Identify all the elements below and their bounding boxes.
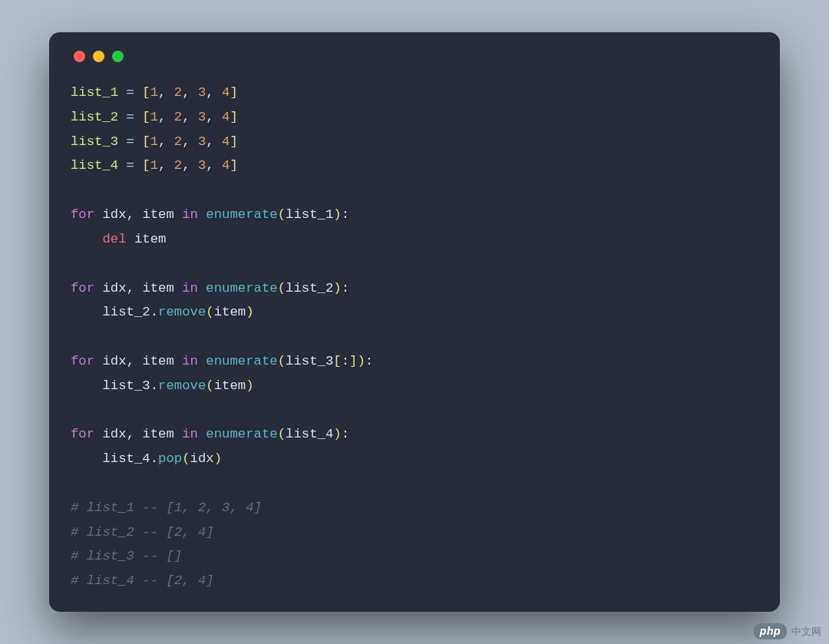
code-token: for	[71, 354, 94, 368]
code-token: 2	[174, 158, 182, 173]
code-token: for	[71, 207, 94, 222]
code-token: [	[142, 85, 150, 100]
code-token: 1	[150, 110, 158, 124]
code-token: ,	[182, 134, 190, 149]
code-token: ,	[127, 281, 134, 296]
code-token: ]	[349, 354, 357, 368]
code-token: ,	[206, 85, 213, 100]
code-token: enumerate	[206, 354, 277, 368]
code-token: )	[246, 305, 253, 319]
code-token: (	[206, 378, 213, 393]
minimize-icon[interactable]	[93, 51, 104, 62]
code-token: enumerate	[206, 281, 277, 296]
code-token: idx	[190, 451, 214, 466]
code-token: (	[278, 207, 286, 222]
code-token: :	[342, 281, 349, 296]
code-token: list_4	[71, 158, 118, 173]
code-token: ,	[182, 85, 190, 100]
code-token: :	[342, 354, 349, 368]
code-token: (	[278, 281, 286, 296]
code-token: .	[150, 451, 158, 466]
code-token: 4	[222, 134, 230, 149]
code-window: list_1 = [1, 2, 3, 4] list_2 = [1, 2, 3,…	[49, 32, 780, 612]
code-comment: # list_4 -- [2, 4]	[71, 573, 214, 588]
code-token: 2	[174, 85, 182, 100]
code-token: :	[342, 207, 349, 222]
code-token: item	[134, 232, 166, 246]
code-token: )	[333, 281, 341, 296]
code-token: item	[214, 378, 246, 393]
code-token: )	[214, 451, 222, 466]
code-token: 3	[198, 110, 206, 124]
code-token: del	[102, 232, 126, 246]
watermark-text: 中文网	[791, 625, 821, 639]
code-token: ]	[230, 110, 237, 124]
code-token: .	[150, 378, 158, 393]
code-token: )	[357, 354, 365, 368]
code-token: pop	[158, 451, 182, 466]
code-token: 1	[150, 134, 158, 149]
code-token: ]	[230, 134, 237, 149]
code-token: enumerate	[206, 427, 277, 441]
code-token: idx	[103, 281, 127, 296]
code-token: remove	[158, 305, 206, 319]
code-token: list_3	[286, 354, 333, 368]
code-comment: # list_2 -- [2, 4]	[71, 525, 214, 540]
code-token: )	[246, 378, 253, 393]
code-token: [	[333, 354, 341, 368]
code-token: [	[142, 158, 150, 173]
code-token: ,	[206, 134, 213, 149]
code-token: :	[342, 427, 349, 441]
code-token: for	[71, 427, 94, 441]
code-token: 2	[174, 134, 182, 149]
code-token: list_4	[102, 451, 150, 466]
code-token: ]	[230, 85, 237, 100]
code-token: (	[278, 427, 286, 441]
code-token: item	[142, 281, 173, 296]
code-token: ,	[206, 110, 213, 124]
code-token: 3	[198, 134, 206, 149]
code-token: (	[278, 354, 286, 368]
code-token: ,	[206, 158, 213, 173]
code-token: idx	[103, 427, 127, 441]
code-token: for	[71, 281, 94, 296]
zoom-icon[interactable]	[112, 51, 124, 62]
code-token: remove	[158, 378, 206, 393]
code-token: 4	[222, 110, 230, 124]
code-token: in	[182, 354, 198, 368]
code-token: [	[142, 110, 150, 124]
code-token: ,	[158, 158, 166, 173]
code-token: list_2	[286, 281, 333, 296]
code-token: list_4	[286, 427, 333, 441]
code-token: list_2	[102, 305, 150, 319]
watermark: php 中文网	[754, 623, 821, 639]
code-token: ,	[127, 207, 134, 222]
code-token: 4	[222, 158, 230, 173]
code-token: idx	[103, 354, 127, 368]
code-token: =	[127, 134, 134, 149]
code-token: item	[142, 354, 173, 368]
code-token: 1	[150, 85, 158, 100]
code-token: :	[365, 354, 373, 368]
window-titlebar	[71, 51, 758, 62]
code-token: item	[214, 305, 246, 319]
code-token: list_2	[71, 110, 118, 124]
code-token: ,	[182, 110, 190, 124]
code-token: =	[127, 158, 134, 173]
code-token: item	[142, 427, 173, 441]
code-token: ,	[158, 110, 166, 124]
code-token: ,	[182, 158, 190, 173]
code-token: item	[142, 207, 173, 222]
code-token: (	[206, 305, 213, 319]
code-token: in	[182, 427, 198, 441]
code-token: list_3	[102, 378, 150, 393]
code-token: in	[182, 207, 198, 222]
code-token: ]	[230, 158, 237, 173]
code-token: in	[182, 281, 198, 296]
code-token: ,	[127, 427, 134, 441]
code-comment: # list_3 -- []	[71, 549, 182, 563]
code-token: list_1	[71, 85, 118, 100]
code-token: 3	[198, 158, 206, 173]
code-token: 3	[198, 85, 206, 100]
close-icon[interactable]	[74, 51, 85, 62]
